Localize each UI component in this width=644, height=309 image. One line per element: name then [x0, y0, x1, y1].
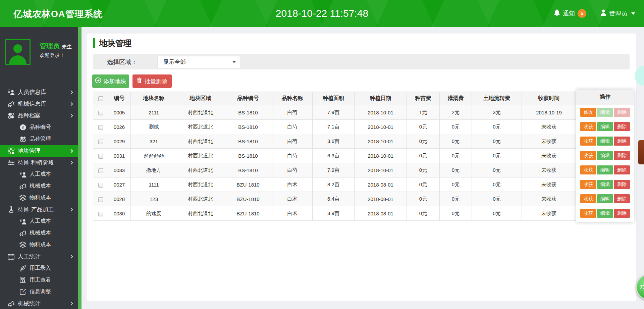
row-checkbox[interactable]	[98, 183, 103, 188]
table-row: 00052111村西北道北BS-1810白芍7.9亩2018-10-011元2元…	[93, 105, 576, 120]
add-plot-button[interactable]: 添加地块	[92, 74, 129, 88]
action-button-primary[interactable]: 修改	[580, 108, 596, 117]
action-button-delete[interactable]: 删除	[614, 122, 630, 131]
sidebar-item-label: 人员信息库	[18, 88, 46, 96]
table-cell: 白芍	[272, 120, 313, 134]
table-cell: 未收获	[522, 134, 576, 149]
table-cell: 0030	[108, 206, 131, 221]
sidebar-item-13[interactable]: 物料成本	[0, 239, 78, 251]
sidebar-item-10[interactable]: 待摊-产品加工	[0, 204, 78, 215]
table-cell: 0027	[108, 177, 131, 192]
batch-delete-button[interactable]: 批量删除	[132, 74, 172, 88]
sidebar-menu: 人员信息库机械信息库品种档案#品种编号品种管理地块管理待摊-种植阶段人工成本机械…	[0, 86, 78, 309]
table-cell: 村西北道北	[177, 149, 224, 163]
action-button-primary[interactable]: 收获	[580, 165, 596, 174]
sidebar-item-9[interactable]: 物料成本	[0, 192, 78, 204]
user-menu-button[interactable]: 管理员	[600, 9, 635, 17]
action-button-edit[interactable]: 编辑	[597, 194, 613, 203]
action-button-delete[interactable]: 删除	[614, 165, 630, 174]
sidebar-welcome-text: 欢迎登录！	[40, 52, 65, 59]
sidebar-item-8[interactable]: 机械成本	[0, 180, 78, 192]
table-cell: 村西北道北	[177, 206, 224, 221]
sidebar-item-label: 人工成本	[30, 218, 51, 225]
table-cell: 白术	[272, 206, 313, 221]
sidebar-item-label: 机械成本	[30, 229, 51, 237]
sidebar-item-18[interactable]: 机械统计	[0, 298, 78, 309]
region-select[interactable]: 显示全部	[157, 56, 240, 68]
sidebar-item-3[interactable]: #品种编号	[0, 121, 78, 133]
row-checkbox[interactable]	[98, 154, 103, 159]
sidebar-item-label: 品种编号	[30, 124, 51, 131]
sidebar-item-17[interactable]: 信息调整	[0, 286, 78, 298]
action-button-delete[interactable]: 删除	[614, 209, 630, 218]
table-cell: 0元	[440, 206, 472, 221]
action-button-primary[interactable]: 收获	[580, 151, 596, 160]
action-button-edit[interactable]: 编辑	[597, 165, 613, 174]
table-cell: 未收获	[522, 206, 576, 221]
table-cell: BS-1810	[224, 163, 272, 177]
column-header: 灌溉费	[440, 92, 472, 105]
table-cell: 0元	[472, 163, 522, 177]
select-all-checkbox[interactable]	[98, 96, 103, 101]
notifications-button[interactable]: 通知 5	[554, 9, 586, 18]
sidebar-item-0[interactable]: 人员信息库	[0, 86, 78, 98]
table-cell: 0元	[440, 177, 472, 192]
table-cell: 测试	[131, 120, 177, 134]
floating-side-tab[interactable]	[638, 140, 644, 164]
chevron-right-icon	[69, 149, 73, 153]
row-checkbox[interactable]	[98, 125, 103, 130]
sidebar-item-4[interactable]: 品种管理	[0, 133, 78, 145]
action-row: 收获编辑删除	[576, 134, 634, 148]
action-button-edit[interactable]: 编辑	[597, 108, 613, 117]
action-button-delete[interactable]: 删除	[614, 180, 630, 189]
row-checkbox[interactable]	[98, 212, 103, 216]
floating-green-badge[interactable]: 71	[636, 274, 644, 300]
sidebar-item-label: 机械统计	[18, 300, 41, 307]
sidebar-item-14[interactable]: 人工统计	[0, 251, 78, 262]
action-button-delete[interactable]: 删除	[614, 194, 630, 203]
action-button-delete[interactable]: 删除	[614, 151, 630, 160]
sidebar-item-12[interactable]: 机械成本	[0, 227, 78, 239]
action-button-edit[interactable]: 编辑	[597, 137, 613, 146]
action-button-primary[interactable]: 收获	[580, 122, 596, 131]
sidebar-item-label: 人工统计	[18, 253, 41, 260]
sidebar-user-name: 管理员先生	[40, 42, 72, 51]
table-row: 0029321村西北道北BS-1810白芍3.6亩2018-10-010元0元0…	[93, 134, 576, 149]
action-button-edit[interactable]: 编辑	[597, 180, 613, 189]
sidebar-item-2[interactable]: 品种档案	[0, 110, 78, 121]
action-button-delete[interactable]: 删除	[614, 108, 630, 117]
row-checkbox[interactable]	[98, 197, 103, 202]
table-cell: 0元	[407, 120, 440, 134]
action-button-primary[interactable]: 收获	[580, 180, 596, 189]
action-button-primary[interactable]: 收获	[580, 209, 596, 218]
row-checkbox[interactable]	[98, 111, 103, 115]
column-header: 种植面积	[313, 92, 355, 105]
user-icon	[600, 9, 606, 17]
column-header: 品种编号	[224, 92, 272, 105]
sidebar-item-15[interactable]: 用工录入	[0, 262, 78, 274]
row-checkbox[interactable]	[98, 140, 103, 144]
sidebar-item-16[interactable]: 用工查看	[0, 274, 78, 286]
table-cell: 未收获	[522, 177, 576, 192]
action-button-edit[interactable]: 编辑	[597, 122, 613, 131]
sidebar-item-1[interactable]: 机械信息库	[0, 98, 78, 110]
sidebar-item-5[interactable]: 地块管理	[0, 145, 78, 157]
sidebar-item-11[interactable]: 人工成本	[0, 215, 78, 227]
action-button-primary[interactable]: 收获	[580, 137, 596, 146]
action-button-edit[interactable]: 编辑	[597, 151, 613, 160]
table-cell: 撒地方	[131, 163, 177, 177]
sidebar-item-label: 机械成本	[30, 183, 51, 190]
table-cell: 村西北道北	[177, 105, 224, 120]
sidebar-item-6[interactable]: 待摊-种植阶段	[0, 157, 78, 168]
row-checkbox[interactable]	[98, 168, 103, 173]
table-cell: 未收获	[522, 192, 576, 206]
sidebar-item-7[interactable]: 人工成本	[0, 168, 78, 180]
action-button-delete[interactable]: 删除	[614, 137, 630, 146]
chevron-right-icon	[69, 255, 73, 258]
action-button-primary[interactable]: 收获	[580, 194, 596, 203]
table-cell: 2元	[440, 105, 472, 120]
action-button-edit[interactable]: 编辑	[597, 209, 613, 218]
excavator-icon	[19, 183, 26, 190]
table-cell: 3元	[472, 105, 522, 120]
table-cell: 2018-10-01	[355, 163, 407, 177]
